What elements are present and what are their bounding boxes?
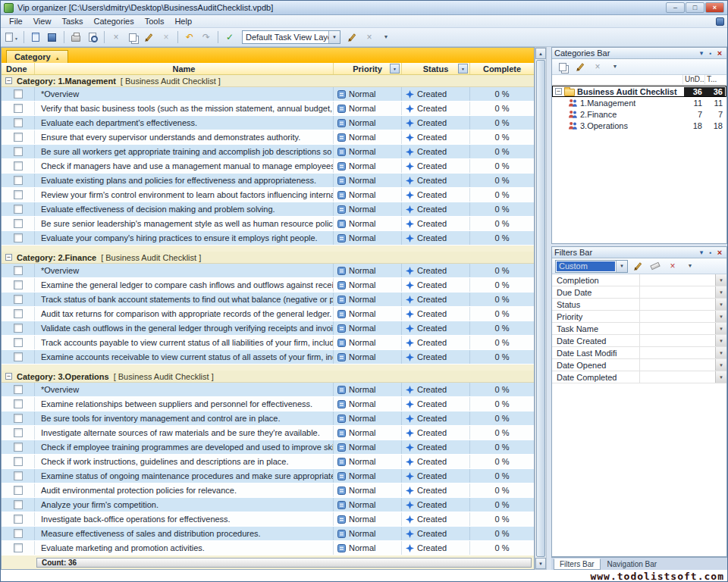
- task-checkbox[interactable]: [14, 190, 23, 199]
- group-by-category-tab[interactable]: Category: [6, 50, 68, 63]
- filters-options-dropdown[interactable]: ▼: [682, 258, 698, 274]
- task-row[interactable]: *OverviewNormalCreated0 %: [2, 264, 534, 278]
- cut-button[interactable]: ×: [108, 30, 124, 45]
- task-checkbox[interactable]: [14, 219, 23, 228]
- menu-item-view[interactable]: View: [28, 15, 57, 27]
- delete-filter-button[interactable]: ×: [665, 258, 680, 274]
- task-row[interactable]: Verify that basic business tools (such a…: [2, 102, 534, 116]
- clear-filter-button[interactable]: [648, 258, 663, 274]
- task-checkbox[interactable]: [14, 205, 23, 214]
- column-header-priority[interactable]: Priority: [334, 63, 402, 74]
- task-checkbox[interactable]: [14, 352, 23, 361]
- reset-view-button[interactable]: ×: [362, 30, 377, 45]
- menu-item-categories[interactable]: Categories: [89, 15, 140, 27]
- filter-dropdown-button[interactable]: [715, 323, 726, 334]
- priority-filter-dropdown[interactable]: [390, 64, 400, 74]
- task-row[interactable]: Be sure senior leadership's management s…: [2, 217, 534, 231]
- customize-view-button[interactable]: [345, 30, 360, 45]
- minimize-button[interactable]: –: [666, 2, 685, 13]
- task-row[interactable]: Evaluate marketing and promotion activit…: [2, 541, 534, 555]
- menu-item-file[interactable]: File: [4, 15, 28, 27]
- new-task-button[interactable]: [4, 30, 20, 45]
- category-group-header[interactable]: −Category: 3.Operations[ Business Audit …: [2, 371, 534, 383]
- chevron-down-icon[interactable]: [616, 261, 627, 272]
- column-header-status[interactable]: Status: [402, 63, 470, 74]
- menu-window-icon[interactable]: [716, 17, 724, 26]
- task-row[interactable]: Measure effectiveness of sales and distr…: [2, 527, 534, 541]
- scroll-down-icon[interactable]: [535, 558, 546, 569]
- collapse-icon[interactable]: −: [555, 88, 562, 95]
- new-category-button[interactable]: [555, 59, 570, 74]
- pin-panel-icon[interactable]: [706, 48, 715, 58]
- task-row[interactable]: Be sure tools for inventory management a…: [2, 411, 534, 426]
- task-row[interactable]: Check if work instructions, guidelines a…: [2, 455, 534, 469]
- task-checkbox[interactable]: [14, 104, 23, 113]
- collapse-icon[interactable]: −: [5, 373, 12, 380]
- layout-selector[interactable]: Default Task View Layout: [242, 30, 340, 44]
- task-row[interactable]: Track status of bank account statements …: [2, 293, 534, 307]
- task-checkbox[interactable]: [14, 295, 23, 304]
- filter-dropdown-button[interactable]: [715, 311, 726, 322]
- tab-filters-bar[interactable]: Filters Bar: [554, 559, 601, 570]
- close-button[interactable]: ×: [705, 2, 724, 13]
- task-checkbox[interactable]: [14, 486, 23, 495]
- filter-dropdown-button[interactable]: [715, 286, 726, 298]
- tree-item[interactable]: −Business Audit Checklist3636: [552, 86, 726, 97]
- menu-item-help[interactable]: Help: [169, 15, 197, 27]
- task-checkbox[interactable]: [14, 147, 23, 156]
- task-checkbox[interactable]: [14, 266, 23, 275]
- print-button[interactable]: [68, 30, 83, 45]
- filter-dropdown-button[interactable]: [715, 359, 726, 371]
- filter-dropdown-button[interactable]: [715, 347, 726, 358]
- complete-task-button[interactable]: ✓: [222, 30, 237, 45]
- chevron-down-icon[interactable]: [328, 31, 340, 43]
- task-checkbox[interactable]: [14, 324, 23, 333]
- status-filter-dropdown[interactable]: [458, 64, 468, 74]
- delete-category-button[interactable]: ×: [590, 59, 605, 74]
- task-checkbox[interactable]: [14, 515, 23, 524]
- print-preview-button[interactable]: [85, 30, 100, 45]
- task-row[interactable]: Analyze your firm's competition.NormalCr…: [2, 498, 534, 512]
- pin-panel-icon[interactable]: [706, 248, 715, 257]
- task-row[interactable]: Examine the general ledger to compare ca…: [2, 278, 534, 293]
- task-row[interactable]: Audit tax returns for comparison with ap…: [2, 307, 534, 321]
- tree-item[interactable]: 2.Finance77: [552, 108, 726, 120]
- task-row[interactable]: Investigate alternate sources of raw mat…: [2, 426, 534, 440]
- shade-panel-icon[interactable]: [697, 48, 706, 58]
- scroll-up-icon[interactable]: [535, 48, 546, 59]
- vertical-scrollbar[interactable]: [535, 47, 547, 570]
- task-row[interactable]: Be sure all workers get appropriate trai…: [2, 145, 534, 159]
- task-checkbox[interactable]: [14, 280, 23, 289]
- task-row[interactable]: Investigate back-office operations for e…: [2, 512, 534, 527]
- task-checkbox[interactable]: [14, 428, 23, 437]
- tree-item[interactable]: 1.Management1111: [552, 97, 726, 108]
- shade-panel-icon[interactable]: [697, 248, 706, 257]
- category-group-header[interactable]: −Category: 1.Management[ Business Audit …: [2, 75, 534, 87]
- category-group-header[interactable]: −Category: 2.Finance[ Business Audit Che…: [2, 252, 534, 264]
- column-header-name[interactable]: Name: [35, 63, 334, 74]
- task-checkbox[interactable]: [14, 338, 23, 347]
- task-checkbox[interactable]: [14, 457, 23, 466]
- maximize-button[interactable]: □: [686, 2, 704, 13]
- task-checkbox[interactable]: [14, 443, 23, 452]
- task-checkbox[interactable]: [14, 529, 23, 538]
- scrollbar-thumb[interactable]: [536, 60, 545, 557]
- edit-filter-button[interactable]: [630, 258, 645, 274]
- toolbar-options-dropdown[interactable]: ▼: [378, 30, 394, 45]
- filter-dropdown-button[interactable]: [715, 299, 726, 310]
- task-row[interactable]: Evaluate effectiveness of decision makin…: [2, 202, 534, 217]
- undo-button[interactable]: ↶: [182, 30, 197, 45]
- task-row[interactable]: Review your firm's control environment t…: [2, 188, 534, 202]
- task-checkbox[interactable]: [14, 500, 23, 509]
- collapse-icon[interactable]: −: [5, 77, 12, 84]
- column-header-complete[interactable]: Complete: [470, 63, 534, 74]
- tree-item[interactable]: 3.Operations1818: [552, 120, 726, 131]
- task-row[interactable]: Evaluate your company's hiring practices…: [2, 231, 534, 246]
- task-row[interactable]: Audit environmental protection policies …: [2, 483, 534, 498]
- task-checkbox[interactable]: [14, 161, 23, 171]
- task-row[interactable]: Validate cash outflows in the general le…: [2, 321, 534, 336]
- edit-task-button[interactable]: [142, 30, 157, 45]
- filter-preset-combo[interactable]: Custom: [555, 260, 628, 273]
- task-checkbox[interactable]: [14, 89, 23, 99]
- task-row[interactable]: *OverviewNormalCreated0 %: [2, 87, 534, 102]
